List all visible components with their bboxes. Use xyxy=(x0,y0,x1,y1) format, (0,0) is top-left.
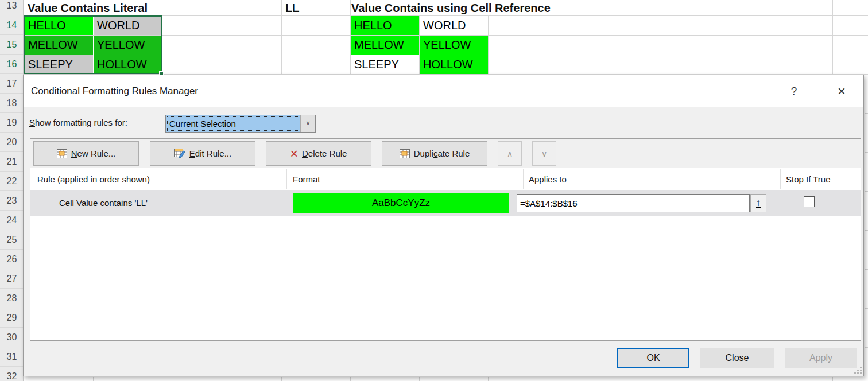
format-preview-swatch: AaBbCcYyZz xyxy=(293,193,509,213)
delete-rule-button[interactable]: × Delete Rule xyxy=(266,141,371,166)
resize-grip[interactable] xyxy=(854,366,862,374)
header-value-contains-cell-reference[interactable]: Value Contains using Cell Reference xyxy=(351,1,551,15)
cell-f16[interactable]: SLEEPY xyxy=(351,55,419,74)
close-button[interactable]: Close xyxy=(700,348,774,368)
row-header-18[interactable]: 18 xyxy=(0,94,24,113)
row-header-31[interactable]: 31 xyxy=(0,347,24,367)
cell-g14[interactable]: WORLD xyxy=(420,16,488,35)
close-icon[interactable]: × xyxy=(832,83,851,99)
rules-toolbar: New Rule... Edit Rule... × Delete Rule D… xyxy=(30,139,861,168)
table-pencil-icon xyxy=(174,149,185,158)
edit-rule-button[interactable]: Edit Rule... xyxy=(150,141,255,166)
row-header-column: 13 14 15 16 17 18 19 20 21 22 23 24 25 2… xyxy=(0,0,24,381)
column-header-format: Format xyxy=(293,168,320,190)
row-header-25[interactable]: 25 xyxy=(0,230,24,250)
cell-g16[interactable]: HOLLOW xyxy=(420,55,488,74)
rules-list-header: Rule (applied in order shown) Format App… xyxy=(30,168,861,190)
show-label-rest: how formatting rules for: xyxy=(35,118,127,127)
row-header-15[interactable]: 15 xyxy=(0,35,24,55)
combobox-value[interactable]: Current Selection xyxy=(166,115,300,132)
rules-list: Rule (applied in order shown) Format App… xyxy=(30,168,861,340)
chevron-up-icon: ∧ xyxy=(507,149,513,158)
row-header-14[interactable]: 14 xyxy=(0,15,24,35)
apply-button[interactable]: Apply xyxy=(785,348,857,368)
new-rule-button[interactable]: New Rule... xyxy=(33,141,139,166)
header-value-contains-literal[interactable]: Value Contains Literal xyxy=(28,1,148,15)
duplicate-rule-button[interactable]: Duplicate Rule xyxy=(382,141,487,166)
rules-frame: New Rule... Edit Rule... × Delete Rule D… xyxy=(30,138,861,341)
stop-if-true-checkbox[interactable] xyxy=(804,196,815,207)
row-header-27[interactable]: 27 xyxy=(0,269,24,289)
row-header-22[interactable]: 22 xyxy=(0,172,24,191)
row-header-30[interactable]: 30 xyxy=(0,328,24,347)
cell-g15[interactable]: YELLOW xyxy=(420,36,488,55)
conditional-formatting-rules-manager-dialog: Conditional Formatting Rules Manager ? ×… xyxy=(23,75,864,376)
row-header-17[interactable]: 17 xyxy=(0,74,24,94)
row-header-21[interactable]: 21 xyxy=(0,152,24,172)
selection-border xyxy=(24,15,162,74)
collapse-range-icon: ↑ xyxy=(756,199,761,208)
row-header-20[interactable]: 20 xyxy=(0,133,24,152)
column-separator xyxy=(523,169,524,189)
row-header-13[interactable]: 13 xyxy=(0,0,24,15)
row-header-26[interactable]: 26 xyxy=(0,250,24,269)
show-formatting-rules-label: Show formatting rules for: xyxy=(29,118,127,127)
help-button[interactable]: ? xyxy=(784,83,804,99)
dialog-title: Conditional Formatting Rules Manager xyxy=(31,75,198,107)
column-separator xyxy=(286,169,287,189)
collapse-dialog-button[interactable]: ↑ xyxy=(750,194,766,212)
rule-description: Cell Value contains 'LL' xyxy=(59,190,148,216)
chevron-down-icon: ∨ xyxy=(541,149,547,158)
excel-window: 13 14 15 16 17 18 19 20 21 22 23 24 25 2… xyxy=(0,0,868,381)
move-rule-up-button[interactable]: ∧ xyxy=(498,141,522,166)
row-header-29[interactable]: 29 xyxy=(0,308,24,328)
rule-row[interactable]: Cell Value contains 'LL' AaBbCcYyZz ↑ xyxy=(30,190,861,216)
dialog-titlebar[interactable]: Conditional Formatting Rules Manager ? × xyxy=(24,75,863,107)
new-rule-label: New Rule... xyxy=(71,149,116,158)
table-icon xyxy=(57,149,67,158)
row-header-28[interactable]: 28 xyxy=(0,289,24,308)
worksheet-sliver xyxy=(865,75,868,381)
row-header-23[interactable]: 23 xyxy=(0,191,24,211)
column-header-rule: Rule (applied in order shown) xyxy=(37,168,150,190)
chevron-down-icon[interactable]: ∨ xyxy=(300,115,315,132)
column-header-applies-to: Applies to xyxy=(529,168,567,190)
cell-f14[interactable]: HELLO xyxy=(351,16,419,35)
row-header-32[interactable]: 32 xyxy=(0,367,24,381)
delete-rule-label: Delete Rule xyxy=(302,149,347,158)
edit-rule-label: Edit Rule... xyxy=(189,149,231,158)
row-header-19[interactable]: 19 xyxy=(0,113,24,133)
table-icon xyxy=(400,149,410,158)
applies-to-input[interactable] xyxy=(517,194,750,212)
ok-button[interactable]: OK xyxy=(617,348,689,368)
cell-f15[interactable]: MELLOW xyxy=(351,36,419,55)
row-header-24[interactable]: 24 xyxy=(0,211,24,230)
move-rule-down-button[interactable]: ∨ xyxy=(532,141,556,166)
row-header-16[interactable]: 16 xyxy=(0,55,24,74)
column-header-stop-if-true: Stop If True xyxy=(786,168,831,190)
column-separator xyxy=(780,169,781,189)
duplicate-rule-label: Duplicate Rule xyxy=(414,149,470,158)
show-rules-for-combobox[interactable]: Current Selection ∨ xyxy=(165,115,316,133)
red-x-icon: × xyxy=(290,149,298,159)
header-criteria-ll[interactable]: LL xyxy=(285,1,299,15)
show-label-accel: S xyxy=(29,118,35,127)
